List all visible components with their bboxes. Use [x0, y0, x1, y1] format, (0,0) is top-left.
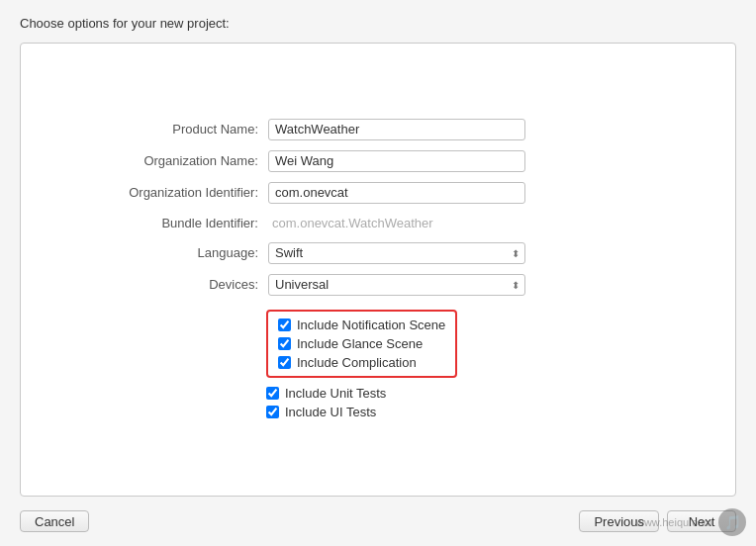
checkbox-unit-tests-input[interactable] — [266, 387, 279, 400]
checkboxes-section: Include Notification Scene Include Glanc… — [21, 310, 735, 421]
checkbox-notification-label: Include Notification Scene — [297, 318, 445, 332]
checkbox-ui-tests-input[interactable] — [266, 406, 279, 418]
cancel-button[interactable]: Cancel — [20, 510, 89, 532]
checkbox-complication: Include Complication — [278, 355, 445, 370]
dialog-title: Choose options for your new project: — [20, 16, 736, 31]
next-button[interactable]: Next — [667, 510, 736, 532]
devices-select-wrapper: iPhone iPad Universal ⬍ — [268, 274, 525, 296]
bundle-id-row: Bundle Identifier: com.onevcat.WatchWeat… — [21, 214, 735, 232]
dialog-footer: Cancel Previous Next — [20, 510, 736, 532]
org-id-label: Organization Identifier: — [60, 185, 258, 200]
checkbox-ui-tests: Include UI Tests — [266, 405, 696, 419]
checkbox-glance-label: Include Glance Scene — [297, 336, 423, 351]
product-name-label: Product Name: — [60, 122, 258, 136]
checkbox-complication-label: Include Complication — [297, 355, 417, 370]
org-name-row: Organization Name: — [21, 150, 735, 172]
org-name-label: Organization Name: — [60, 153, 258, 168]
org-id-input[interactable] — [268, 182, 525, 204]
checkbox-complication-input[interactable] — [278, 356, 291, 369]
dialog: Choose options for your new project: Pro… — [0, 0, 756, 546]
checkbox-unit-tests-label: Include Unit Tests — [285, 386, 386, 401]
highlighted-checkbox-group: Include Notification Scene Include Glanc… — [266, 310, 457, 378]
devices-select[interactable]: iPhone iPad Universal — [268, 274, 525, 296]
language-select[interactable]: Swift Objective-C — [268, 242, 525, 264]
language-label: Language: — [60, 245, 258, 260]
checkbox-notification: Include Notification Scene — [278, 318, 445, 332]
checkbox-notification-input[interactable] — [278, 318, 291, 331]
checkbox-glance-input[interactable] — [278, 337, 291, 350]
devices-row: Devices: iPhone iPad Universal ⬍ — [21, 274, 735, 296]
org-name-input[interactable] — [268, 150, 525, 172]
bundle-id-value: com.onevcat.WatchWeather — [268, 214, 437, 232]
nav-buttons: Previous Next — [579, 510, 736, 532]
product-name-input[interactable] — [268, 119, 525, 140]
devices-label: Devices: — [60, 277, 258, 292]
checkbox-unit-tests: Include Unit Tests — [266, 386, 696, 401]
org-id-row: Organization Identifier: — [21, 182, 735, 204]
product-name-row: Product Name: — [21, 119, 735, 140]
content-area: Product Name: Organization Name: Organiz… — [20, 43, 736, 497]
language-select-wrapper: Swift Objective-C ⬍ — [268, 242, 525, 264]
checkbox-ui-tests-label: Include UI Tests — [285, 405, 376, 419]
language-row: Language: Swift Objective-C ⬍ — [21, 242, 735, 264]
checkbox-glance: Include Glance Scene — [278, 336, 445, 351]
bundle-id-label: Bundle Identifier: — [60, 216, 258, 230]
previous-button[interactable]: Previous — [579, 510, 659, 532]
normal-checkbox-group: Include Unit Tests Include UI Tests — [266, 384, 696, 421]
